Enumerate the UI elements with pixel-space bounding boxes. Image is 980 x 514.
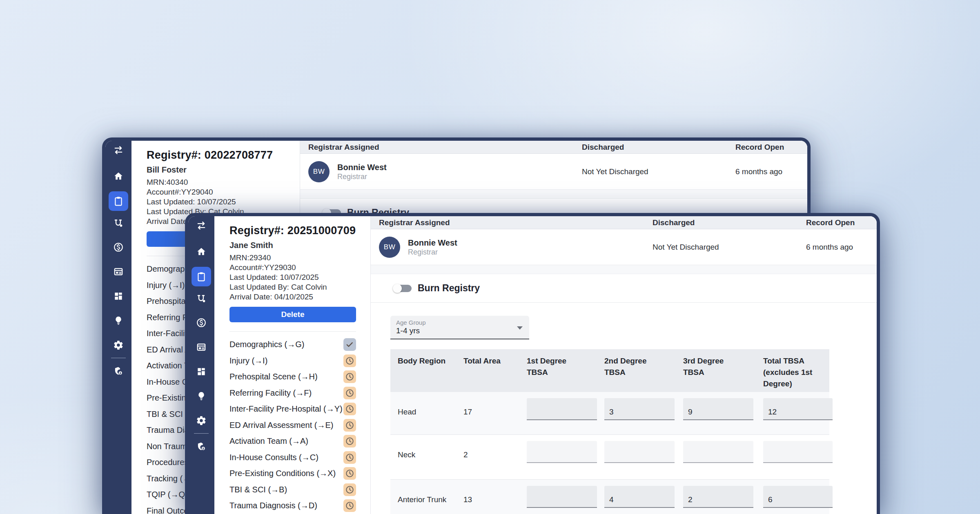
section-list: Demographics (→G) Injury (→I) Prehospi (214, 332, 370, 514)
section-item[interactable]: Demographics (→G) (229, 337, 356, 353)
route-icon[interactable] (196, 293, 207, 304)
body-region-cell: Anterior Trunk (390, 480, 456, 504)
burn-table-row: Anterior Trunk 13 (390, 480, 829, 514)
body-region-cell: Head (390, 392, 456, 417)
pending-clock-icon (343, 387, 356, 399)
column-discharged: Discharged (582, 143, 735, 152)
registry-number-heading: Registry#: 02022708777 (147, 149, 285, 162)
patient-panel: Registry#: 20251000709 Jane Smith MRN:29… (214, 216, 371, 514)
swap-horizontal-icon[interactable] (113, 145, 124, 155)
tbsa-total-input[interactable] (763, 486, 833, 508)
record-open-duration: 6 months ago (806, 243, 877, 252)
swap-horizontal-icon[interactable] (196, 220, 207, 231)
column-record-open: Record Open (806, 218, 877, 227)
clipboard-registry-icon[interactable] (196, 271, 207, 282)
section-item[interactable]: Trauma Diagnosis (→D) (229, 498, 356, 514)
section-item[interactable]: TBI & SCI (→B) (229, 482, 356, 498)
dashboard-icon[interactable] (196, 366, 207, 377)
lightbulb-icon[interactable] (113, 315, 124, 326)
patient-account: Account#:YY29030 (229, 263, 356, 273)
burn-table-column-header: 2nd Degree TBSA (597, 349, 676, 392)
burn-table-column-header: Body Region (390, 349, 456, 392)
age-group-label: Age Group (396, 319, 426, 326)
section-item[interactable]: Referring Facility (→F) (229, 385, 356, 401)
registrar-row[interactable]: BW Bonnie West Registrar Not Yet Dischar… (371, 229, 877, 265)
section-item[interactable]: Prehospital Scene (→H) (229, 369, 356, 385)
chevron-down-icon (517, 326, 523, 330)
patient-name: Bill Foster (147, 165, 285, 175)
completed-check-icon (343, 338, 356, 351)
summary-card-icon[interactable] (113, 266, 124, 277)
record-open-duration: 6 months ago (735, 167, 807, 176)
sidebar-divider (111, 358, 126, 358)
tbsa-3rd-degree-input[interactable] (683, 441, 753, 463)
tbsa-3rd-degree-input[interactable] (683, 486, 753, 508)
summary-card-icon[interactable] (196, 342, 207, 352)
pending-clock-icon (343, 354, 356, 367)
home-icon[interactable] (196, 246, 207, 257)
burn-table-column-header: Total Area (456, 349, 519, 392)
body-region-cell: Neck (390, 435, 456, 459)
burn-table-column-header: Total TBSA (excludes 1st Degree) (756, 349, 829, 392)
total-area-cell: 2 (456, 435, 519, 459)
record-header-row: Registrar Assigned Discharged Record Ope… (371, 216, 877, 229)
patient-mrn: MRN:29340 (229, 253, 356, 263)
record-main-area: Registrar Assigned Discharged Record Ope… (371, 216, 877, 514)
home-icon[interactable] (113, 171, 124, 182)
admin-shield-icon[interactable] (196, 441, 207, 452)
section-item[interactable]: ED Arrival Assessment (→E) (229, 417, 356, 434)
section-item[interactable]: Activation Team (→A) (229, 433, 356, 450)
tbsa-1st-degree-input[interactable] (527, 441, 597, 463)
age-group-select[interactable]: Age Group 1-4 yrs (390, 316, 529, 339)
clipboard-registry-icon[interactable] (113, 196, 124, 206)
pending-clock-icon (343, 370, 356, 383)
dashboard-icon[interactable] (113, 291, 124, 301)
section-gap (300, 190, 807, 199)
registry-number-heading: Registry#: 20251000709 (229, 224, 356, 237)
burn-table-header: Body Region Total Area 1st Degree TBSA 2… (390, 349, 829, 392)
billing-dollar-icon[interactable] (113, 242, 124, 253)
section-item[interactable]: Pre-Existing Conditions (→X) (229, 465, 356, 482)
pending-clock-icon (343, 467, 356, 480)
burn-table-row: Neck 2 (390, 435, 829, 480)
section-item[interactable]: Injury (→I) (229, 353, 356, 369)
pending-clock-icon (343, 483, 356, 496)
section-item[interactable]: Inter-Facility Pre-Hospital (→Y) (229, 401, 356, 417)
total-area-cell: 13 (456, 480, 519, 504)
tbsa-2nd-degree-input[interactable] (604, 441, 675, 463)
registrar-name: Bonnie West (408, 238, 457, 248)
app-sidebar (105, 141, 131, 514)
desktop-background: Registry#: 02022708777 Bill Foster MRN:4… (0, 0, 980, 514)
sidebar-divider (194, 433, 209, 434)
tbsa-total-input[interactable] (763, 398, 833, 420)
burn-registry-toggle[interactable] (393, 284, 412, 293)
tbsa-1st-degree-input[interactable] (527, 486, 597, 508)
avatar: BW (379, 237, 400, 258)
registrar-role: Registrar (337, 172, 387, 181)
tbsa-2nd-degree-input[interactable] (604, 486, 675, 508)
tbsa-2nd-degree-input[interactable] (604, 398, 675, 420)
lightbulb-icon[interactable] (196, 391, 207, 401)
burn-registry-title: Burn Registry (418, 283, 480, 294)
tbsa-1st-degree-input[interactable] (527, 398, 597, 420)
burn-table-column-header: 3rd Degree TBSA (676, 349, 756, 392)
avatar: BW (308, 161, 330, 182)
record-header-row: Registrar Assigned Discharged Record Ope… (300, 141, 807, 154)
route-icon[interactable] (113, 217, 124, 228)
section-item[interactable]: In-House Consults (→C) (229, 450, 356, 466)
burn-tbsa-table: Body Region Total Area 1st Degree TBSA 2… (390, 349, 829, 514)
pending-clock-icon (343, 499, 356, 512)
arrival-date: Arrival Date: 04/10/2025 (229, 292, 356, 302)
patient-mrn: MRN:40340 (147, 177, 285, 187)
settings-gear-icon[interactable] (196, 415, 207, 426)
admin-shield-icon[interactable] (113, 366, 124, 377)
registrar-row[interactable]: BW Bonnie West Registrar Not Yet Dischar… (300, 154, 807, 190)
total-area-cell: 17 (456, 392, 519, 417)
registry-window-front: Registry#: 20251000709 Jane Smith MRN:29… (185, 213, 880, 514)
column-discharged: Discharged (653, 218, 806, 227)
tbsa-3rd-degree-input[interactable] (683, 398, 753, 420)
tbsa-total-input[interactable] (763, 441, 833, 463)
delete-button[interactable]: Delete (229, 307, 356, 322)
settings-gear-icon[interactable] (113, 340, 124, 350)
billing-dollar-icon[interactable] (196, 317, 207, 328)
